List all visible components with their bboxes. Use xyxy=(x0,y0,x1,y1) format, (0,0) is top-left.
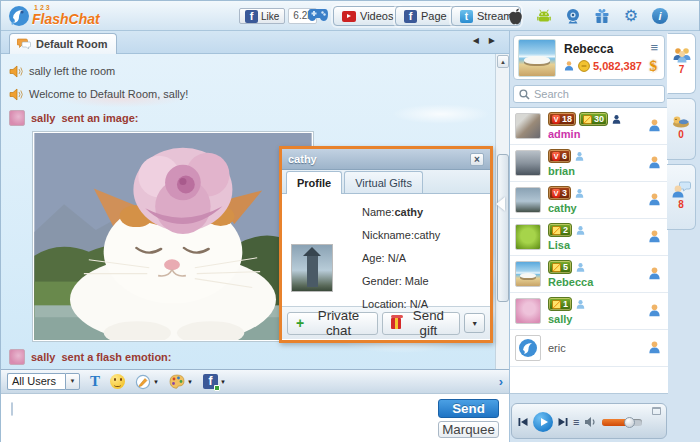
chat-scrollbar[interactable]: ▲ ▼ xyxy=(495,54,509,399)
sally-avatar[interactable] xyxy=(515,298,541,324)
user-name[interactable]: brian xyxy=(548,165,575,177)
vip-badge: V 6 xyxy=(548,149,571,163)
recipient-select[interactable]: All Users ▼ xyxy=(7,373,80,390)
scrollbar-thumb[interactable] xyxy=(497,154,509,302)
popout-window-icon[interactable] xyxy=(652,407,661,415)
user-row-lisa[interactable]: 2 Lisa xyxy=(510,219,668,256)
user-row-eric[interactable]: eric xyxy=(510,330,668,367)
tab-virtual-gifts[interactable]: Virtual Gifts xyxy=(344,171,423,193)
tab-profile[interactable]: Profile xyxy=(286,171,342,194)
speaker-icon xyxy=(9,65,23,78)
tab-away-users[interactable]: 0 xyxy=(667,98,696,160)
user-status-icon[interactable] xyxy=(647,118,662,133)
user-name[interactable]: Lisa xyxy=(548,239,570,251)
user-name[interactable]: admin xyxy=(548,128,580,140)
text-format-icon[interactable]: T xyxy=(90,373,100,390)
profile-field-age: Age: N/A xyxy=(362,248,440,271)
user-status-icon[interactable] xyxy=(647,303,662,318)
my-avatar[interactable] xyxy=(11,402,13,416)
tab-scroll-left-icon[interactable]: ◀ xyxy=(473,36,479,45)
games-icon[interactable] xyxy=(307,8,329,23)
lisa-avatar[interactable] xyxy=(515,224,541,250)
settings-gear-icon[interactable]: ⚙ xyxy=(622,7,640,25)
tab-scroll-right-icon[interactable]: ▶ xyxy=(489,36,495,45)
search-input[interactable] xyxy=(534,88,654,100)
toolbar-expand-icon[interactable]: › xyxy=(499,374,503,389)
profile-field-name: Name:cathy xyxy=(362,202,440,225)
message-sender[interactable]: sally xyxy=(31,112,55,124)
tab-chatting-users[interactable]: 8 xyxy=(667,164,696,230)
flashchat-bird-icon xyxy=(7,4,31,28)
color-palette-tool[interactable]: ▼ xyxy=(169,374,193,389)
user-row-brian[interactable]: V 6 brian xyxy=(510,145,668,182)
user-away-icon xyxy=(671,113,691,128)
user-row-sally[interactable]: 1 sally xyxy=(510,293,668,330)
cathy-avatar[interactable] xyxy=(515,187,541,213)
user-status-icon[interactable] xyxy=(647,192,662,207)
shared-image-cat-with-rose[interactable] xyxy=(32,131,314,342)
buy-credits-icon[interactable]: $ xyxy=(650,58,658,75)
popup-titlebar[interactable]: cathy × xyxy=(282,149,490,170)
message-input[interactable] xyxy=(49,400,431,438)
message-sender[interactable]: sally xyxy=(31,351,55,363)
sally-avatar[interactable] xyxy=(9,349,25,365)
user-row-admin[interactable]: V 18 30 admin xyxy=(510,108,668,145)
vip-badge: V 18 xyxy=(548,112,576,126)
play-icon[interactable] xyxy=(533,412,553,432)
scroll-up-icon[interactable]: ▲ xyxy=(497,55,509,68)
volume-slider[interactable] xyxy=(602,419,642,426)
facebook-like-button[interactable]: f Like xyxy=(239,8,285,24)
user-name[interactable]: Rebecca xyxy=(548,276,593,288)
user-name[interactable]: cathy xyxy=(548,202,577,214)
profile-popup: cathy × Profile Virtual Gifts Name:cathy… xyxy=(279,146,493,343)
list-menu-icon[interactable]: ≡ xyxy=(650,40,658,55)
next-track-icon[interactable] xyxy=(558,417,568,427)
user-search[interactable] xyxy=(513,85,665,103)
videos-button[interactable]: Videos xyxy=(333,6,402,26)
note-icon xyxy=(552,226,561,235)
volume-icon[interactable] xyxy=(584,416,597,428)
user-name[interactable]: sally xyxy=(548,313,572,325)
playlist-icon[interactable]: ≡ xyxy=(573,416,579,428)
person-icon xyxy=(575,225,586,236)
recipient-value: All Users xyxy=(7,373,65,390)
app-logo: 123 FlashChat xyxy=(7,4,100,28)
admin-avatar[interactable] xyxy=(515,113,541,139)
brian-avatar[interactable] xyxy=(515,150,541,176)
info-icon[interactable]: i xyxy=(651,7,669,25)
eric-avatar[interactable] xyxy=(515,335,541,361)
user-row-rebecca[interactable]: 5 Rebecca xyxy=(510,256,668,293)
pencil-draw-icon xyxy=(135,374,151,390)
user-status-icon[interactable] xyxy=(647,229,662,244)
volume-knob[interactable] xyxy=(624,417,635,428)
caret-down-icon: ▼ xyxy=(187,379,193,385)
whiteboard-tool[interactable]: ▼ xyxy=(135,374,159,390)
android-icon[interactable] xyxy=(535,7,553,25)
tab-default-room[interactable]: Default Room xyxy=(9,33,117,54)
marquee-button[interactable]: Marquee xyxy=(438,421,499,438)
rebecca-avatar[interactable] xyxy=(515,261,541,287)
facebook-page-button[interactable]: f Page xyxy=(395,6,456,26)
system-message-text: Welcome to Default Room, sally! xyxy=(29,88,188,100)
recipient-dropdown-icon[interactable]: ▼ xyxy=(65,373,80,390)
user-status-icon[interactable] xyxy=(647,155,662,170)
moderator-icon xyxy=(611,114,622,125)
more-actions-dropdown-icon[interactable]: ▼ xyxy=(464,313,485,333)
gift-icon[interactable] xyxy=(593,7,611,25)
user-name[interactable]: eric xyxy=(548,342,566,354)
tab-online-users[interactable]: 7 xyxy=(667,33,696,94)
sally-avatar[interactable] xyxy=(9,110,25,126)
user-status-icon[interactable] xyxy=(647,340,662,355)
webcam-icon[interactable] xyxy=(564,7,582,25)
facebook-share-tool[interactable]: f ▼ xyxy=(203,374,226,389)
user-status-icon[interactable] xyxy=(647,266,662,281)
close-icon[interactable]: × xyxy=(470,153,484,166)
apple-icon[interactable] xyxy=(506,7,524,25)
previous-track-icon[interactable] xyxy=(518,417,528,427)
user-row-cathy[interactable]: V 3 cathy xyxy=(510,182,668,219)
emoticon-icon[interactable] xyxy=(110,374,125,389)
send-button[interactable]: Send xyxy=(438,399,499,418)
sidebar-collapse-icon[interactable] xyxy=(496,197,505,211)
facebook-like-widget: f Like 6.2k xyxy=(239,8,317,24)
my-avatar[interactable] xyxy=(518,39,556,77)
